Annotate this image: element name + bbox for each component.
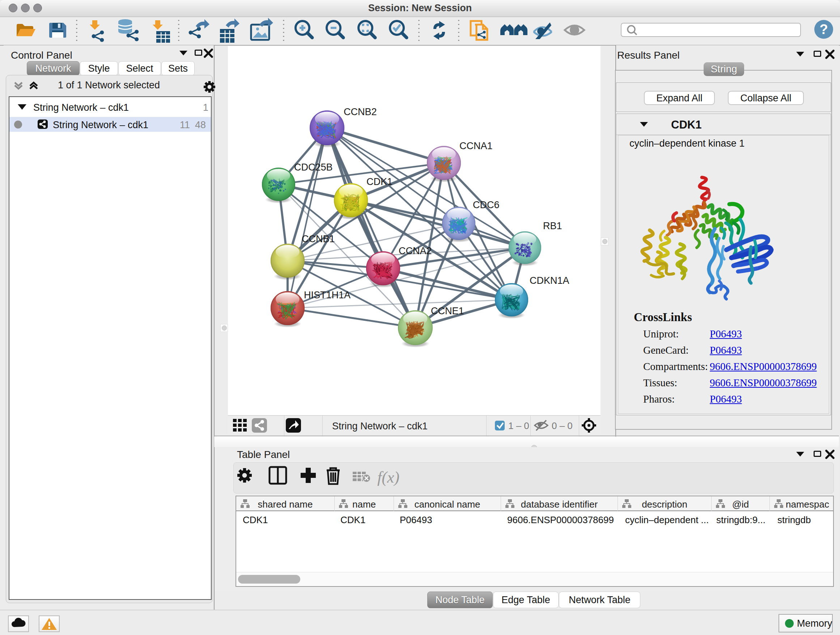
svg-text:CCNA1: CCNA1 bbox=[459, 141, 493, 151]
svg-text:Memory: Memory bbox=[797, 618, 832, 629]
svg-text:?: ? bbox=[819, 22, 828, 37]
svg-text:0 – 0: 0 – 0 bbox=[552, 420, 573, 431]
svg-text:CCNA2: CCNA2 bbox=[399, 245, 432, 256]
svg-text:CDKN1A: CDKN1A bbox=[530, 275, 569, 286]
svg-text:CDK1: CDK1 bbox=[366, 176, 393, 187]
svg-text:CCNB1: CCNB1 bbox=[302, 233, 335, 244]
svg-text:HIST1H1A: HIST1H1A bbox=[304, 290, 351, 301]
svg-text:CDC25B: CDC25B bbox=[294, 162, 333, 173]
svg-text:CCNE1: CCNE1 bbox=[431, 306, 464, 317]
svg-text:CCNB2: CCNB2 bbox=[344, 106, 377, 117]
svg-text:CDC6: CDC6 bbox=[473, 200, 500, 211]
svg-text:f(x): f(x) bbox=[377, 469, 399, 486]
svg-text:RB1: RB1 bbox=[543, 220, 562, 231]
svg-text:1 – 0: 1 – 0 bbox=[508, 420, 529, 431]
